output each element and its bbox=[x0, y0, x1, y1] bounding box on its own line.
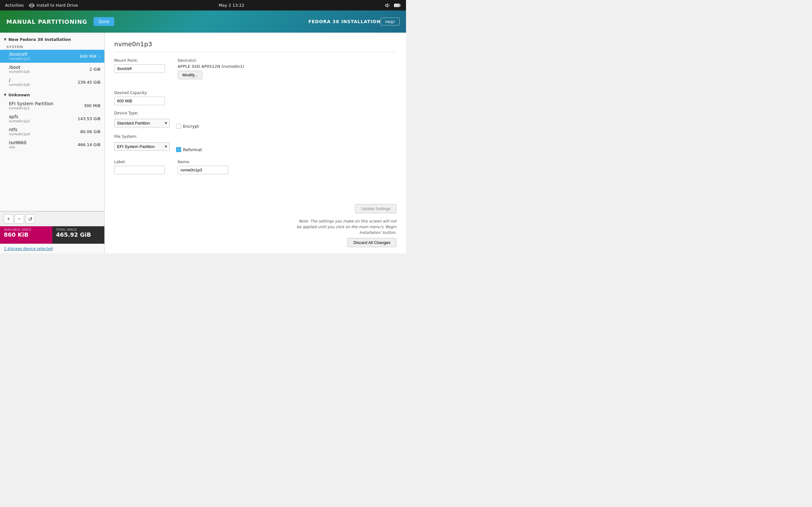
devices-label: Device(s): bbox=[177, 58, 244, 63]
desired-capacity-group: Desired Capacity: bbox=[114, 91, 165, 105]
svg-rect-5 bbox=[395, 4, 399, 7]
partition-name-boot-efi: /boot/efi bbox=[9, 52, 80, 57]
discard-all-changes-button[interactable]: Discard All Changes bbox=[347, 238, 397, 247]
partition-sub-efi-system: nvme0n1p1 bbox=[9, 106, 84, 110]
partition-item-boot-efi[interactable]: /boot/efi nvme0n1p3 600 MiB › bbox=[0, 50, 104, 63]
label-name-row: Label: Name: bbox=[114, 160, 397, 174]
reset-partition-button[interactable]: ↺ bbox=[26, 214, 35, 224]
page-title: MANUAL PARTITIONING bbox=[6, 18, 87, 25]
volume-icon bbox=[385, 3, 391, 8]
datetime: May 2 13:22 bbox=[218, 3, 244, 8]
available-space-value: 860 KiB bbox=[4, 231, 49, 238]
total-space-label: TOTAL SPACE bbox=[56, 228, 101, 231]
partition-info-iso9660: iso9660 sda bbox=[9, 140, 78, 149]
mount-point-group: Mount Point: bbox=[114, 58, 165, 73]
mount-point-label: Mount Point: bbox=[114, 58, 165, 63]
modify-button[interactable]: Modify... bbox=[177, 71, 202, 79]
partition-item-efi-system[interactable]: EFI System Partition nvme0n1p1 300 MiB bbox=[0, 99, 104, 112]
left-panel: ▼ New Fedora 38 Installation SYSTEM /boo… bbox=[0, 33, 105, 253]
devices-section: Device(s): APPLE SSD AP0512N (nvme0n1) M… bbox=[177, 58, 244, 79]
done-button[interactable]: Done bbox=[94, 17, 114, 26]
partition-size-boot-efi: 600 MiB › bbox=[80, 54, 101, 59]
group-header-unknown[interactable]: ▼ Unknown bbox=[0, 91, 104, 99]
partition-name-apfs: apfs bbox=[9, 114, 78, 119]
partition-size-iso9660: 466.14 GiB bbox=[78, 142, 101, 147]
partition-list: ▼ New Fedora 38 Installation SYSTEM /boo… bbox=[0, 33, 104, 211]
help-button[interactable]: Help! bbox=[380, 18, 400, 26]
devices-value: APPLE SSD AP0512N (nvme0n1) bbox=[177, 64, 244, 69]
partition-name-boot: /boot bbox=[9, 65, 90, 70]
add-partition-button[interactable]: + bbox=[4, 214, 13, 224]
partition-item-ntfs[interactable]: ntfs nvme0n1p4 80.06 GiB bbox=[0, 125, 104, 138]
name-field-input[interactable] bbox=[177, 166, 229, 174]
partition-name-iso9660: iso9660 bbox=[9, 140, 78, 145]
name-field-label: Name: bbox=[177, 160, 229, 164]
remove-partition-button[interactable]: − bbox=[14, 214, 24, 224]
partition-info-ntfs: ntfs nvme0n1p4 bbox=[9, 127, 80, 136]
note-text: Note: The settings you make on this scre… bbox=[297, 218, 397, 235]
filesystem-controls: EFI System Partition ext4 ext3 xfs btrfs… bbox=[114, 141, 397, 152]
mount-point-input[interactable] bbox=[114, 64, 165, 73]
partition-sub-boot: nvme0n1p5 bbox=[9, 70, 90, 74]
svg-point-2 bbox=[33, 6, 33, 7]
device-type-section: Device Type: Standard Partition BTRFS LV… bbox=[114, 111, 397, 129]
desired-capacity-label: Desired Capacity: bbox=[114, 91, 165, 95]
desired-capacity-input[interactable] bbox=[114, 97, 165, 105]
partition-info-boot-efi: /boot/efi nvme0n1p3 bbox=[9, 52, 80, 61]
partition-item-iso9660[interactable]: iso9660 sda 466.14 GiB bbox=[0, 138, 104, 151]
partition-size-apfs: 143.53 GiB bbox=[78, 116, 101, 121]
system-section-label: SYSTEM bbox=[0, 44, 104, 50]
partition-sub-apfs: nvme0n1p2 bbox=[9, 119, 78, 123]
device-type-select-wrapper: Standard Partition BTRFS LVM LVM Thin Pr… bbox=[114, 119, 170, 127]
partition-size-boot: 2 GiB bbox=[90, 67, 101, 72]
reformat-label: Reformat bbox=[183, 147, 202, 152]
selected-partition-title: nvme0n1p3 bbox=[114, 40, 397, 52]
device-type-label: Device Type: bbox=[114, 111, 397, 115]
reformat-checkbox[interactable] bbox=[176, 147, 181, 152]
chevron-right-icon: › bbox=[99, 54, 101, 59]
partition-sub-iso9660: sda bbox=[9, 145, 78, 149]
encrypt-row: Encrypt bbox=[176, 124, 199, 129]
partition-sub-boot-efi: nvme0n1p3 bbox=[9, 57, 80, 61]
device-type-select[interactable]: Standard Partition BTRFS LVM LVM Thin Pr… bbox=[114, 119, 170, 127]
group-label-unknown: Unknown bbox=[8, 93, 30, 97]
system-bar-right bbox=[385, 3, 401, 8]
partition-name-efi-system: EFI System Partition bbox=[9, 101, 84, 106]
partition-size-root: 239.45 GiB bbox=[78, 80, 101, 84]
group-label-fedora: New Fedora 38 Installation bbox=[8, 37, 71, 42]
name-group: Name: bbox=[177, 160, 229, 174]
partition-info-efi-system: EFI System Partition nvme0n1p1 bbox=[9, 101, 84, 110]
label-field-input[interactable] bbox=[114, 166, 165, 174]
activities-button[interactable]: Activities bbox=[5, 3, 24, 8]
partition-name-root: / bbox=[9, 78, 78, 83]
encrypt-label: Encrypt bbox=[183, 124, 199, 129]
right-panel: nvme0n1p3 Mount Point: Device(s): APPLE … bbox=[105, 33, 406, 253]
device-type-controls: Standard Partition BTRFS LVM LVM Thin Pr… bbox=[114, 117, 397, 129]
partition-sub-root: nvme0n1p6 bbox=[9, 83, 78, 87]
partition-item-apfs[interactable]: apfs nvme0n1p2 143.53 GiB bbox=[0, 112, 104, 125]
partition-sub-ntfs: nvme0n1p4 bbox=[9, 132, 80, 136]
available-space-label: AVAILABLE SPACE bbox=[4, 228, 49, 231]
system-bar-center: May 2 13:22 bbox=[218, 3, 244, 8]
group-header-fedora[interactable]: ▼ New Fedora 38 Installation bbox=[0, 35, 104, 44]
battery-icon bbox=[394, 3, 401, 8]
app-title-bar: Install to Hard Drive bbox=[29, 3, 78, 8]
partition-item-root[interactable]: / nvme0n1p6 239.45 GiB bbox=[0, 76, 104, 89]
svg-marker-3 bbox=[386, 3, 388, 7]
update-settings-button[interactable]: Update Settings bbox=[355, 204, 397, 213]
partition-item-boot[interactable]: /boot nvme0n1p5 2 GiB bbox=[0, 63, 104, 76]
partition-info-root: / nvme0n1p6 bbox=[9, 78, 78, 87]
partition-toolbar: + − ↺ bbox=[0, 211, 104, 226]
encrypt-checkbox[interactable] bbox=[176, 124, 181, 129]
bottom-actions: Update Settings Note: The settings you m… bbox=[297, 204, 397, 247]
label-field-label: Label: bbox=[114, 160, 165, 164]
partition-size-efi-system: 300 MiB bbox=[84, 103, 101, 108]
left-bottom: + − ↺ AVAILABLE SPACE 860 KiB TOTAL SPAC… bbox=[0, 211, 104, 253]
filesystem-section: File System: EFI System Partition ext4 e… bbox=[114, 134, 397, 152]
filesystem-select[interactable]: EFI System Partition ext4 ext3 xfs btrfs… bbox=[114, 142, 170, 151]
system-bar: Activities Install to Hard Drive May 2 1… bbox=[0, 0, 406, 10]
header-bar: MANUAL PARTITIONING Done FEDORA 38 INSTA… bbox=[0, 10, 406, 33]
main-content: ▼ New Fedora 38 Installation SYSTEM /boo… bbox=[0, 33, 406, 253]
expand-arrow-fedora: ▼ bbox=[4, 38, 6, 42]
storage-device-link[interactable]: 1 storage device selected bbox=[0, 244, 104, 253]
